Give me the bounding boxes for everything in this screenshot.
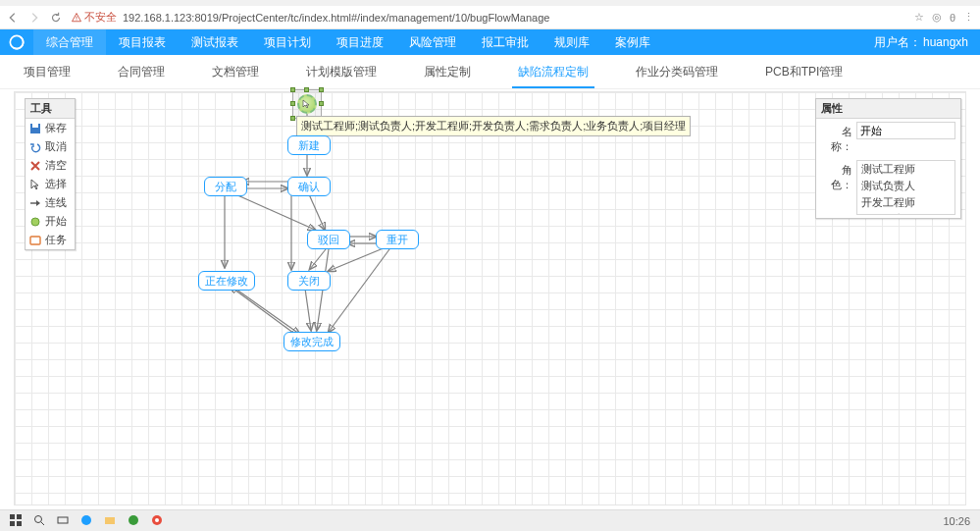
task-icon [29, 235, 41, 246]
role-item-3[interactable]: 开发负责人 [857, 211, 954, 215]
url-text[interactable]: 192.168.1.123:8019/ProjectCenter/tc/inde… [123, 12, 549, 24]
tool-task[interactable]: 任务 [26, 231, 75, 249]
main-nav-item-7[interactable]: 规则库 [542, 29, 602, 55]
svg-rect-1 [77, 19, 77, 20]
svg-point-17 [155, 518, 159, 522]
sub-nav-item-0[interactable]: 项目管理 [0, 55, 94, 88]
sub-nav-item-2[interactable]: 文档管理 [188, 55, 283, 88]
prop-role-list[interactable]: 测试工程师 测试负责人 开发工程师 开发负责人 [856, 160, 955, 215]
clear-icon [29, 160, 41, 172]
sub-nav-item-7[interactable]: PCB和TPI管理 [742, 55, 866, 88]
main-nav-item-5[interactable]: 风险管理 [396, 29, 469, 55]
sub-nav-item-1[interactable]: 合同管理 [94, 55, 188, 88]
workspace: 工具 保存 取消 清空 选择 连线 开始 任务 属性 名称： 角色： 测试工程师… [0, 89, 980, 509]
undo-icon [29, 141, 41, 153]
start-tooltip: 测试工程师;测试负责人;开发工程师;开发负责人;需求负责人;业务负责人;项目经理 [296, 116, 691, 136]
node-fixing[interactable]: 正在修改 [198, 271, 255, 291]
sub-nav: 项目管理 合同管理 文档管理 计划模版管理 属性定制 缺陷流程定制 作业分类码管… [0, 55, 980, 89]
flow-canvas[interactable]: 工具 保存 取消 清空 选择 连线 开始 任务 属性 名称： 角色： 测试工程师… [14, 91, 966, 505]
sub-nav-item-4[interactable]: 属性定制 [400, 55, 494, 88]
chrome-icon[interactable] [151, 514, 165, 528]
node-confirm[interactable]: 确认 [287, 177, 331, 196]
line-icon [29, 197, 41, 209]
node-reopen[interactable]: 重开 [376, 230, 419, 249]
reload-icon[interactable] [49, 11, 63, 25]
insecure-warning: 不安全 [71, 10, 117, 25]
cursor-icon [302, 99, 312, 109]
main-nav-item-6[interactable]: 报工审批 [469, 29, 542, 55]
back-icon[interactable] [6, 11, 20, 25]
svg-rect-12 [58, 517, 68, 523]
role-item-0[interactable]: 测试工程师 [857, 161, 954, 178]
svg-rect-8 [17, 514, 22, 519]
sub-nav-item-5[interactable]: 缺陷流程定制 [494, 55, 612, 88]
main-nav-item-2[interactable]: 测试报表 [179, 29, 251, 55]
prop-role-label: 角色： [821, 160, 852, 192]
taskbar: 10:26 [0, 509, 980, 531]
browser-address-bar: 不安全 192.168.1.123:8019/ProjectCenter/tc/… [0, 6, 980, 29]
start-menu-icon[interactable] [10, 514, 24, 528]
svg-point-13 [81, 515, 91, 525]
svg-point-11 [35, 515, 42, 522]
toolbox-title: 工具 [26, 99, 75, 119]
node-return[interactable]: 驳回 [307, 230, 350, 249]
main-nav-item-1[interactable]: 项目报表 [106, 29, 179, 55]
main-nav: 综合管理 项目报表 测试报表 项目计划 项目进度 风险管理 报工审批 规则库 案… [0, 29, 980, 55]
tool-save[interactable]: 保存 [26, 119, 75, 137]
node-assign[interactable]: 分配 [204, 177, 247, 196]
node-done[interactable]: 修改完成 [284, 332, 340, 351]
flow-start-node[interactable] [297, 94, 317, 114]
tool-select[interactable]: 选择 [26, 175, 75, 193]
search-taskbar-icon[interactable] [33, 514, 47, 528]
toolbox-panel: 工具 保存 取消 清空 选择 连线 开始 任务 [25, 98, 76, 250]
tool-start[interactable]: 开始 [26, 212, 75, 231]
tool-undo[interactable]: 取消 [26, 137, 75, 156]
svg-rect-10 [17, 521, 22, 526]
svg-point-15 [129, 515, 138, 525]
svg-rect-9 [10, 521, 15, 526]
main-nav-item-8[interactable]: 案例库 [602, 29, 663, 55]
svg-rect-6 [30, 237, 40, 244]
tool-line[interactable]: 连线 [26, 193, 75, 212]
node-close[interactable]: 关闭 [287, 271, 331, 291]
prop-name-input[interactable] [856, 122, 955, 139]
main-nav-item-0[interactable]: 综合管理 [33, 29, 106, 55]
save-icon [29, 123, 41, 134]
forward-icon[interactable] [27, 11, 41, 25]
properties-title: 属性 [816, 99, 960, 119]
user-display[interactable]: 用户名： huangxh [862, 29, 980, 55]
svg-rect-7 [10, 514, 15, 519]
tool-clear[interactable]: 清空 [26, 156, 75, 175]
start-icon [29, 216, 41, 228]
profile-icon[interactable]: θ [950, 12, 955, 24]
role-item-1[interactable]: 测试负责人 [857, 178, 954, 194]
main-nav-item-4[interactable]: 项目进度 [324, 29, 396, 55]
select-icon [29, 179, 41, 190]
app-logo-icon[interactable] [0, 29, 33, 55]
svg-rect-4 [32, 124, 38, 128]
svg-point-5 [31, 218, 39, 226]
taskbar-clock[interactable]: 10:26 [943, 515, 970, 527]
menu-icon[interactable]: ⋮ [963, 11, 974, 24]
star-icon[interactable]: ☆ [914, 11, 924, 24]
app-icon[interactable] [128, 514, 141, 528]
sub-nav-item-3[interactable]: 计划模版管理 [283, 55, 400, 88]
taskview-icon[interactable] [57, 514, 71, 528]
main-nav-item-3[interactable]: 项目计划 [251, 29, 324, 55]
svg-rect-14 [105, 517, 115, 524]
svg-rect-0 [77, 16, 77, 18]
insecure-label: 不安全 [84, 10, 117, 25]
prop-name-label: 名称： [821, 122, 852, 154]
extension-icon[interactable]: ◎ [932, 11, 942, 24]
sub-nav-item-6[interactable]: 作业分类码管理 [612, 55, 742, 88]
node-new[interactable]: 新建 [287, 135, 331, 155]
properties-panel: 属性 名称： 角色： 测试工程师 测试负责人 开发工程师 开发负责人 [815, 98, 961, 219]
role-item-2[interactable]: 开发工程师 [857, 194, 954, 211]
folder-icon[interactable] [104, 514, 118, 528]
edge-icon[interactable] [80, 514, 94, 528]
